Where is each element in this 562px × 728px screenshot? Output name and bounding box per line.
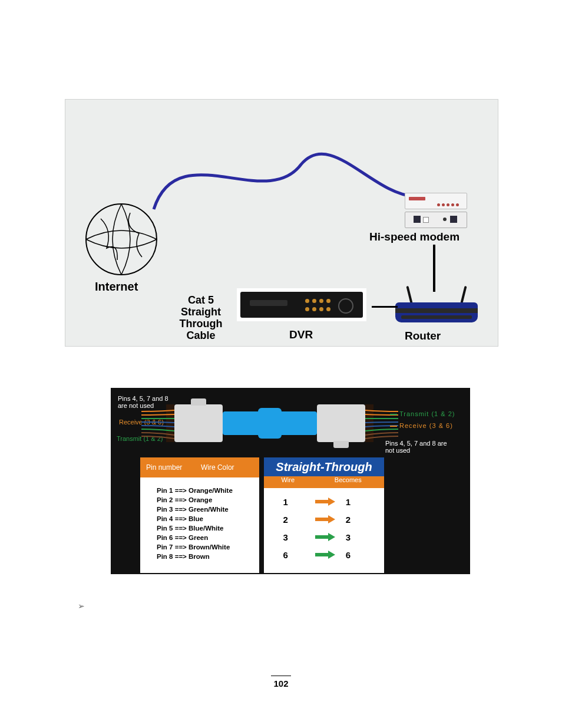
st-wire: 2 bbox=[264, 515, 307, 525]
st-becomes: 6 bbox=[343, 550, 384, 560]
pin-row: Pin 1 ==> Orange/White bbox=[157, 486, 259, 495]
pin-row: Pin 6 ==> Green bbox=[157, 533, 259, 542]
st-becomes: 3 bbox=[343, 532, 384, 542]
note-pins-unused-left: Pins 4, 5, 7 and 8 are not used bbox=[118, 395, 171, 409]
cat5-line2: Straight Through bbox=[180, 306, 223, 330]
st-row: 33 bbox=[264, 528, 384, 546]
globe-icon bbox=[83, 201, 160, 278]
arrow-icon bbox=[307, 550, 343, 560]
pin-row: Pin 7 ==> Brown/White bbox=[157, 542, 259, 552]
st-wire: 6 bbox=[264, 550, 307, 560]
pin-row: Pin 2 ==> Orange bbox=[157, 495, 259, 505]
st-row: 22 bbox=[264, 510, 384, 528]
cable-body-icon bbox=[223, 411, 317, 435]
cat5-line3: Cable bbox=[186, 330, 215, 341]
network-topology-figure: Internet Cat 5 Straight Through Cable Hi… bbox=[65, 99, 498, 347]
straight-through-title: Straight-Through bbox=[264, 457, 384, 476]
label-dvr: DVR bbox=[289, 328, 313, 341]
rj45-plug-left-icon bbox=[174, 404, 223, 442]
router-icon bbox=[395, 292, 478, 327]
straight-through-table: Straight-Through Wire Becomes 11223366 bbox=[264, 457, 384, 573]
arrow-icon bbox=[307, 532, 343, 542]
pin-row: Pin 5 ==> Blue/White bbox=[157, 523, 259, 533]
cat5-line1: Cat 5 bbox=[188, 294, 214, 306]
cable-pinout-strip: Pins 4, 5, 7 and 8 are not used Receive … bbox=[111, 388, 470, 457]
pin-header-number: Pin number bbox=[140, 463, 201, 472]
note-pins-unused-right: Pins 4, 5, 7 and 8 are not used bbox=[385, 440, 456, 454]
label-transmit-right: Transmit (1 & 2) bbox=[390, 410, 455, 417]
pin-row: Pin 3 ==> Green/White bbox=[157, 505, 259, 514]
label-cat5-cable: Cat 5 Straight Through Cable bbox=[160, 294, 242, 341]
page: Internet Cat 5 Straight Through Cable Hi… bbox=[0, 0, 562, 728]
modem-bottom-icon bbox=[405, 212, 467, 228]
wire-modem-router bbox=[433, 245, 435, 292]
st-becomes: 2 bbox=[343, 515, 384, 525]
pin-color-header: Pin number Wire Color bbox=[140, 457, 259, 477]
label-modem: Hi-speed modem bbox=[369, 230, 459, 243]
straight-through-rows: 11223366 bbox=[264, 488, 384, 568]
modem-top-icon bbox=[405, 193, 467, 209]
st-row: 66 bbox=[264, 546, 384, 564]
st-col-becomes: Becomes bbox=[312, 476, 384, 488]
svg-point-0 bbox=[86, 204, 157, 275]
st-wire: 1 bbox=[264, 497, 307, 507]
straight-through-cable-figure: Pins 4, 5, 7 and 8 are not used Receive … bbox=[111, 388, 470, 574]
pin-color-body: Pin 1 ==> Orange/White Pin 2 ==> Orange … bbox=[140, 477, 259, 561]
st-row: 11 bbox=[264, 493, 384, 510]
st-wire: 3 bbox=[264, 532, 307, 542]
straight-through-subheader: Wire Becomes bbox=[264, 476, 384, 488]
wire-dvr-router bbox=[372, 306, 398, 308]
pin-header-color: Wire Color bbox=[201, 463, 259, 472]
dvr-icon bbox=[237, 288, 366, 321]
arrow-icon bbox=[307, 515, 343, 525]
arrow-icon bbox=[307, 497, 343, 507]
st-becomes: 1 bbox=[343, 497, 384, 507]
label-router: Router bbox=[405, 330, 441, 342]
page-number: 102 bbox=[271, 676, 291, 689]
pin-color-table: Pin number Wire Color Pin 1 ==> Orange/W… bbox=[140, 457, 259, 573]
wire-fan-left bbox=[141, 408, 174, 440]
bullet-arrow-icon: ➢ bbox=[78, 601, 85, 611]
label-internet: Internet bbox=[95, 280, 138, 294]
rj45-plug-right-icon bbox=[317, 404, 365, 442]
pin-row: Pin 4 ==> Blue bbox=[157, 514, 259, 523]
st-col-wire: Wire bbox=[264, 476, 312, 488]
pin-row: Pin 8 ==> Brown bbox=[157, 552, 259, 561]
label-receive-right: Receive (3 & 6) bbox=[390, 422, 453, 429]
page-number-container: 102 bbox=[0, 676, 562, 689]
